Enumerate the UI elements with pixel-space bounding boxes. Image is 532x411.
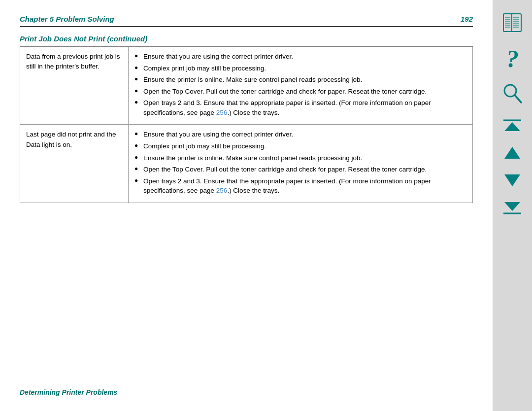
table-row: Data from a previous print job is still … (20, 47, 473, 125)
footer-text: Determining Printer Problems (20, 378, 473, 396)
svg-marker-21 (504, 202, 520, 211)
help-icon[interactable]: ? (499, 45, 525, 71)
page-link[interactable]: 256 (216, 187, 228, 194)
page-number: 192 (461, 15, 473, 23)
bullet-list: Ensure that you are using the correct pr… (134, 52, 466, 117)
nav-top-button[interactable] (500, 116, 524, 134)
content-table: Data from a previous print job is still … (20, 46, 473, 203)
svg-marker-19 (504, 147, 520, 159)
bullet-item: Open trays 2 and 3. Ensure that the appr… (134, 176, 466, 196)
book-icon[interactable] (499, 10, 525, 35)
bullet-item: Open the Top Cover. Pull out the toner c… (134, 87, 466, 97)
bullet-item: Complex print job may still be processin… (134, 141, 466, 151)
page-link[interactable]: 256 (216, 109, 228, 116)
table-row: Last page did not print and the Data lig… (20, 125, 473, 203)
sidebar: ? (493, 0, 532, 411)
bullet-item: Ensure the printer is online. Make sure … (134, 153, 466, 163)
bullet-item: Ensure the printer is online. Make sure … (134, 75, 466, 85)
bullet-item: Ensure that you are using the correct pr… (134, 130, 466, 139)
bullet-item: Ensure that you are using the correct pr… (134, 52, 466, 62)
table-cell-left: Last page did not print and the Data lig… (20, 125, 129, 203)
bullet-list: Ensure that you are using the correct pr… (134, 130, 466, 195)
svg-marker-20 (504, 174, 520, 186)
section-title: Print Job Does Not Print (continued) (20, 34, 473, 46)
table-cell-right: Ensure that you are using the correct pr… (129, 47, 473, 125)
chapter-heading: Chapter 5 Problem Solving (20, 15, 114, 23)
nav-up-button[interactable] (500, 144, 524, 162)
svg-marker-18 (504, 122, 520, 131)
header-line: Chapter 5 Problem Solving 192 (20, 15, 473, 27)
svg-text:?: ? (506, 45, 519, 71)
nav-bottom-button[interactable] (500, 199, 524, 217)
bullet-item: Open trays 2 and 3. Ensure that the appr… (134, 98, 466, 117)
table-cell-right: Ensure that you are using the correct pr… (129, 125, 473, 203)
nav-down-button[interactable] (500, 171, 524, 189)
svg-line-16 (515, 95, 521, 103)
main-content: Chapter 5 Problem Solving 192 Print Job … (0, 0, 493, 411)
bullet-item: Complex print job may still be processin… (134, 64, 466, 73)
search-icon[interactable] (499, 81, 525, 106)
table-cell-left: Data from a previous print job is still … (20, 47, 129, 125)
svg-rect-1 (511, 14, 512, 32)
bullet-item: Open the Top Cover. Pull out the toner c… (134, 165, 466, 174)
